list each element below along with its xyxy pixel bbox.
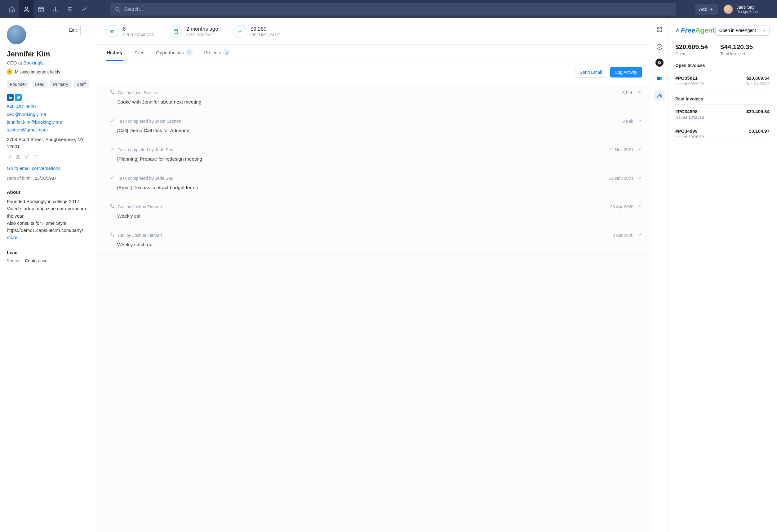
- chevron-down-icon: [763, 29, 766, 32]
- invoice-item[interactable]: #PO34998$20,405.84Issued 10/26/18: [675, 105, 770, 124]
- email-link[interactable]: jennifer.kim@bookingly.me: [7, 119, 90, 125]
- stat-open-projects[interactable]: 6OPEN PROJECTS: [106, 25, 154, 37]
- nav-icons-group: [4, 0, 92, 18]
- search-input[interactable]: [124, 6, 672, 12]
- invoice-issued: Issued 10/26/18: [675, 134, 704, 139]
- edit-button-group: Edit: [65, 25, 90, 35]
- go-email-link[interactable]: Go to email conversations: [7, 166, 90, 171]
- stat-pipeline-value[interactable]: $9,280PIPELINE VALUE: [234, 25, 280, 37]
- svg-rect-3: [9, 97, 9, 99]
- integrations-rail: O: [651, 18, 668, 532]
- log-activity-button[interactable]: Log Activity: [610, 67, 642, 78]
- feed-title: [Email] Discuss contract budget terms: [110, 185, 642, 190]
- freeagent-icon[interactable]: [654, 90, 665, 101]
- stat-last-contact[interactable]: 2 months agoLAST CONTACT: [170, 25, 218, 37]
- phone-icon: [110, 90, 115, 96]
- open-amount-block: $20,609.54 Open: [675, 43, 708, 56]
- freeagent-panel: FreeAgent Open in FreeAgent $20,609.54 O…: [668, 18, 777, 532]
- svg-point-2: [116, 7, 119, 11]
- tab-badge: 7: [186, 49, 193, 56]
- plus-icon: [709, 7, 713, 11]
- search-input-wrap[interactable]: [110, 3, 676, 15]
- map-icon[interactable]: [15, 154, 20, 159]
- tag[interactable]: Lead: [32, 80, 47, 88]
- svg-point-11: [657, 44, 662, 49]
- open-freeagent-caret[interactable]: [760, 25, 769, 35]
- email-link[interactable]: ceo@bookingly.me: [7, 112, 90, 117]
- open-invoices-heading: Open Invoices: [675, 63, 770, 71]
- open-amount-label: Open: [675, 51, 708, 56]
- grid-icon[interactable]: [654, 24, 665, 35]
- tab-files[interactable]: Files: [134, 45, 145, 61]
- trend-icon[interactable]: [77, 0, 92, 18]
- phone-link[interactable]: 845-437-9500: [7, 104, 90, 109]
- calendar-icon[interactable]: [33, 0, 48, 18]
- edit-button[interactable]: Edit: [66, 25, 80, 35]
- chevron-down-icon[interactable]: [637, 204, 642, 210]
- attachment-icon[interactable]: [24, 154, 29, 159]
- chevron-down-icon[interactable]: [637, 175, 642, 181]
- top-nav: Add Jade Say Design Shop: [0, 0, 777, 18]
- tabs-row: History Files Opportunities7 Projects6: [97, 45, 651, 62]
- chevron-down-icon: [767, 7, 771, 11]
- tag[interactable]: Founder: [7, 80, 29, 88]
- svg-point-4: [9, 96, 9, 96]
- open-freeagent-button[interactable]: Open in FreeAgent: [715, 25, 760, 35]
- list-icon[interactable]: [33, 154, 38, 159]
- warning-row[interactable]: ! Missing important fields: [7, 69, 90, 75]
- add-button-label: Add: [699, 6, 707, 12]
- warning-icon: !: [7, 69, 12, 75]
- feed-title: Weekly call: [110, 213, 642, 219]
- contact-avatar: [7, 25, 26, 44]
- feed-item[interactable]: Task completed by Jade Say12 Nov 2021[Em…: [97, 169, 651, 198]
- twitter-icon[interactable]: [15, 94, 22, 101]
- send-email-button[interactable]: Send Email: [574, 67, 607, 78]
- invoice-id: #PO34998: [675, 109, 698, 114]
- contact-name: Jennifer Kim: [7, 50, 90, 58]
- tab-opportunities[interactable]: Opportunities7: [155, 45, 193, 61]
- svg-text:O: O: [657, 77, 659, 80]
- feed-item[interactable]: Task completed by Jade Say12 Nov 2021[Pl…: [97, 140, 651, 169]
- svg-rect-14: [660, 77, 662, 79]
- outlook-icon[interactable]: O: [654, 73, 665, 84]
- feed-item[interactable]: Task completed by Josef Szotten3 Feb[Cal…: [97, 112, 651, 140]
- home-icon[interactable]: [4, 0, 19, 18]
- chevron-down-icon[interactable]: [637, 232, 642, 238]
- feed-date: 3 Feb: [622, 90, 634, 95]
- chevron-down-icon[interactable]: [637, 118, 642, 124]
- rss-icon[interactable]: [655, 59, 664, 67]
- svg-rect-10: [660, 30, 661, 32]
- more-link[interactable]: more…: [7, 235, 22, 240]
- user-menu[interactable]: Jade Say Design Shop: [724, 4, 773, 14]
- feed-date: 12 Nov 2021: [609, 147, 634, 152]
- tab-projects[interactable]: Projects6: [204, 45, 230, 61]
- stats-row: 6OPEN PROJECTS 2 months agoLAST CONTACT …: [97, 18, 651, 45]
- feed-item[interactable]: Call by Joshua Tiernan8 Apr 2020Weekly c…: [97, 226, 651, 254]
- feed-item[interactable]: Call by Josef Szotten3 FebSpoke with Jen…: [97, 83, 651, 112]
- phone-icon: [110, 204, 115, 210]
- feed-item[interactable]: Call by Joshua Tiernan23 Apr 2020Weekly …: [97, 198, 651, 226]
- source-value: Conference: [25, 258, 47, 263]
- invoice-item[interactable]: #PO34999$3,104.97Issued 10/26/18: [675, 124, 770, 144]
- email-link[interactable]: szotten@gmail.com: [7, 127, 90, 132]
- check-circle-icon[interactable]: [654, 41, 665, 52]
- linkedin-icon[interactable]: [7, 94, 14, 101]
- freeagent-logo: FreeAgent: [675, 26, 715, 34]
- invoice-id: #PO35011: [675, 75, 698, 81]
- tag[interactable]: Staff: [74, 80, 89, 88]
- invoice-item[interactable]: #PO35011$20,609.54Issued 09/29/22Due 01/…: [675, 71, 770, 91]
- chevron-down-icon[interactable]: [637, 90, 642, 96]
- list-icon[interactable]: [63, 0, 77, 18]
- bars-icon[interactable]: [48, 0, 63, 18]
- chevron-down-icon[interactable]: [637, 147, 642, 152]
- tag[interactable]: Primary: [50, 80, 71, 88]
- tab-history[interactable]: History: [106, 45, 123, 61]
- edit-caret-button[interactable]: [80, 25, 90, 35]
- location-icon[interactable]: [7, 154, 12, 159]
- user-name: Jade Say: [737, 5, 758, 10]
- person-icon[interactable]: [19, 0, 33, 18]
- company-link[interactable]: Bookingly: [23, 60, 43, 66]
- feed-date: 3 Feb: [622, 119, 634, 124]
- add-button[interactable]: Add: [695, 4, 718, 15]
- svg-point-5: [9, 155, 10, 156]
